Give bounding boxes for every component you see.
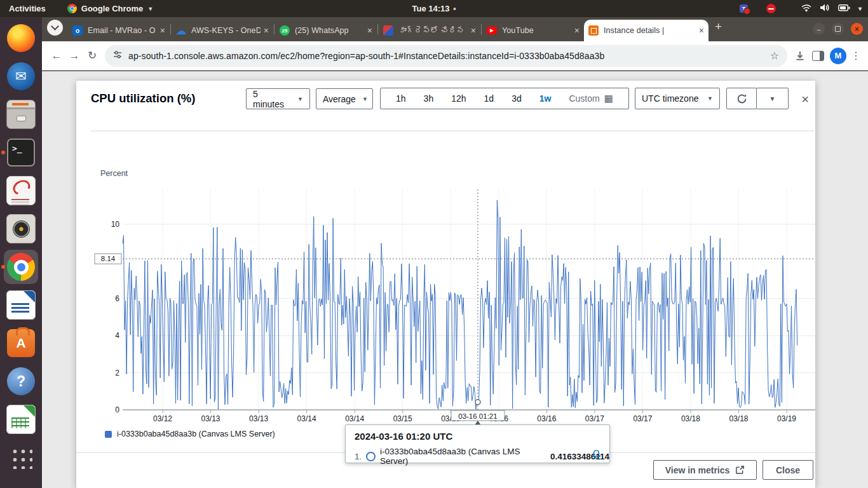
- range-3h-button[interactable]: 3h: [421, 93, 437, 104]
- dock-item-rhythmbox[interactable]: [4, 212, 38, 246]
- range-custom-button[interactable]: Custom▦: [566, 93, 615, 104]
- system-top-bar: Activities Google Chrome ▾ Tue 14:13 T ▾: [0, 0, 868, 17]
- tab-separator: [481, 24, 482, 34]
- dock: [0, 17, 42, 488]
- maximize-button[interactable]: [832, 23, 844, 35]
- calendar-icon: ▦: [604, 93, 613, 104]
- alarm-bell-icon[interactable]: [591, 449, 602, 462]
- browser-tab-6[interactable]: Instance details |×: [584, 20, 709, 41]
- browser-tab-2[interactable]: ☁AWS-KEYS - OneD×: [172, 20, 273, 41]
- volume-icon[interactable]: [820, 3, 830, 14]
- media-indicator-dot: [454, 8, 456, 10]
- chart-legend[interactable]: i-0333b0aba45d8aa3b (Canvas LMS Server): [105, 430, 275, 438]
- cpu-utilization-chart[interactable]: 03/1203/1303/1303/1403/1403/1503/1503/16…: [92, 162, 820, 429]
- timezone-select[interactable]: UTC timezone ▼: [635, 88, 720, 109]
- chevron-down-icon: [51, 22, 59, 30]
- svg-text:8.14: 8.14: [101, 255, 116, 262]
- tab-title: AWS-KEYS - OneD: [191, 26, 261, 35]
- browser-menu-icon[interactable]: ⋮: [850, 50, 862, 62]
- wifi-icon[interactable]: [801, 4, 811, 14]
- hovered-point-marker: [475, 400, 480, 405]
- browser-tab-4[interactable]: కాంగ్రెస్‌లో చేరిన నైకాపా×: [379, 20, 480, 41]
- chevron-down-icon[interactable]: ▾: [858, 5, 862, 12]
- dock-item-firefox[interactable]: [4, 21, 38, 55]
- svg-text:03/16: 03/16: [537, 414, 556, 423]
- tab-close-button[interactable]: ×: [264, 25, 269, 36]
- dock-item-file-manager[interactable]: [4, 97, 38, 132]
- close-window-button[interactable]: ×: [851, 23, 863, 35]
- tab-close-button[interactable]: ×: [574, 25, 580, 36]
- dock-item-terminal[interactable]: [4, 135, 38, 170]
- bookmark-star-icon[interactable]: ☆: [766, 50, 783, 62]
- youtube-favicon: ▶: [487, 27, 497, 34]
- tab-close-button[interactable]: ×: [699, 25, 704, 36]
- address-bar[interactable]: ap-south-1.console.aws.amazon.com/ec2/ho…: [105, 45, 787, 67]
- svg-text:0: 0: [115, 405, 119, 414]
- google-chrome-icon: [7, 253, 35, 281]
- forward-button[interactable]: →: [65, 47, 83, 65]
- range-1w-button[interactable]: 1w: [537, 93, 554, 104]
- tooltip-series-label: i-0333b0aba45d8aa3b (Canvas LMS Server): [380, 447, 546, 466]
- minimize-button[interactable]: –: [813, 23, 825, 35]
- help-icon: [7, 367, 35, 395]
- refresh-button[interactable]: [726, 88, 757, 109]
- dialog-close-icon[interactable]: ×: [796, 90, 814, 108]
- battery-icon[interactable]: [838, 4, 850, 13]
- period-value: 5 minutes: [253, 89, 291, 109]
- dock-item-app-grid[interactable]: [4, 440, 38, 475]
- thunderbird-icon: [7, 62, 35, 90]
- refresh-options-button[interactable]: ▼: [756, 88, 789, 109]
- period-select[interactable]: 5 minutes ▼: [246, 88, 310, 109]
- range-3d-button[interactable]: 3d: [509, 93, 524, 104]
- app-grid-icon: [10, 446, 32, 469]
- dock-item-thunderbird[interactable]: [4, 59, 38, 93]
- view-in-metrics-button[interactable]: View in metrics: [653, 460, 757, 480]
- side-panel-icon[interactable]: [809, 47, 827, 65]
- browser-toolbar: ← → ↻ ap-south-1.console.aws.amazon.com/…: [42, 41, 868, 71]
- browser-tab-5[interactable]: ▶YouTube×: [482, 20, 584, 41]
- new-tab-button[interactable]: +: [715, 20, 722, 34]
- dialog-title: CPU utilization (%): [91, 92, 195, 105]
- close-dialog-button[interactable]: Close: [763, 460, 813, 480]
- tab-close-button[interactable]: ×: [367, 25, 372, 36]
- range-12h-button[interactable]: 12h: [449, 93, 468, 104]
- dock-item-libreoffice-writer[interactable]: [4, 288, 38, 322]
- chrome-icon: [67, 4, 77, 13]
- dock-item-ubuntu-software[interactable]: [4, 326, 38, 360]
- range-1d-button[interactable]: 1d: [482, 93, 497, 104]
- tab-close-button[interactable]: ×: [471, 25, 476, 36]
- dock-item-libreoffice-calc[interactable]: [4, 402, 38, 437]
- chevron-down-icon: ▼: [770, 95, 776, 102]
- maximize-icon: [835, 26, 841, 32]
- view-in-metrics-label: View in metrics: [665, 465, 730, 475]
- range-1h-button[interactable]: 1h: [393, 93, 409, 104]
- svg-text:03/17: 03/17: [633, 414, 652, 423]
- svg-text:03-16 01:21: 03-16 01:21: [458, 412, 497, 420]
- reload-button[interactable]: ↻: [83, 47, 101, 65]
- tab-close-button[interactable]: ×: [160, 25, 165, 36]
- svg-text:03/12: 03/12: [153, 414, 172, 423]
- dock-item-google-chrome[interactable]: [4, 250, 38, 284]
- refresh-icon: [736, 93, 747, 104]
- do-not-disturb-icon[interactable]: [766, 4, 776, 13]
- statistic-select[interactable]: Average ▼: [316, 88, 373, 109]
- browser-tab-3[interactable]: 25(25) WhatsApp×: [275, 20, 377, 41]
- activities-button[interactable]: Activities: [9, 4, 46, 13]
- clock-button[interactable]: Tue 14:13: [412, 4, 456, 13]
- teams-notification-icon[interactable]: T: [740, 4, 748, 13]
- svg-text:2: 2: [115, 369, 119, 377]
- profile-avatar[interactable]: M: [830, 48, 846, 64]
- clock-label: Tue 14:13: [412, 4, 449, 13]
- browser-tab-1[interactable]: oEmail - MVRao - O×: [68, 20, 170, 41]
- onedrive-favicon: ☁: [176, 25, 186, 36]
- tab-title: Instance details |: [604, 26, 696, 35]
- site-info-icon[interactable]: [112, 50, 123, 62]
- download-icon[interactable]: [791, 47, 809, 65]
- dock-item-help[interactable]: [4, 364, 38, 398]
- tab-title: YouTube: [502, 26, 571, 35]
- app-menu-button[interactable]: Google Chrome ▾: [67, 4, 153, 13]
- back-button[interactable]: ←: [48, 47, 65, 65]
- aws-ec2-favicon: [588, 25, 599, 36]
- tab-search-button[interactable]: [47, 20, 63, 36]
- dock-item-document-viewer[interactable]: [4, 173, 38, 208]
